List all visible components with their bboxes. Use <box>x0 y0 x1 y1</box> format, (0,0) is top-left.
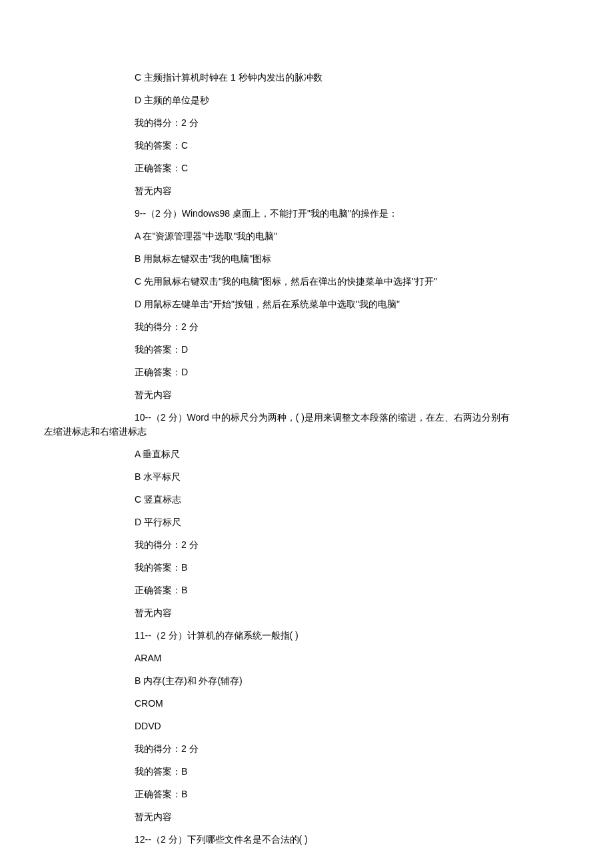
text-line: 我的得分：2 分 <box>0 742 613 756</box>
text-line: 9--（2 分）Windows98 桌面上，不能打开"我的电脑"的操作是： <box>0 207 613 221</box>
text-line: CROM <box>0 697 613 711</box>
text-line: D 平行标尺 <box>0 515 613 529</box>
text-line: C 主频指计算机时钟在 1 秒钟内发出的脉冲数 <box>0 71 613 85</box>
text-line: C 先用鼠标右键双击"我的电脑"图标，然后在弹出的快捷菜单中选择"打开" <box>0 275 613 289</box>
text-line: 我的答案：C <box>0 139 613 153</box>
text-line: 我的答案：B <box>0 765 613 779</box>
text-line: D 主频的单位是秒 <box>0 93 613 107</box>
text-line: C 竖直标志 <box>0 493 613 507</box>
text-line: 暂无内容 <box>0 184 613 198</box>
text-line: 我的得分：2 分 <box>0 320 613 334</box>
document-body: C 主频指计算机时钟在 1 秒钟内发出的脉冲数D 主频的单位是秒我的得分：2 分… <box>0 71 613 847</box>
text-line: 左缩进标志和右缩进标志 <box>0 425 613 439</box>
text-line: D 用鼠标左键单击"开始"按钮，然后在系统菜单中选取"我的电脑" <box>0 297 613 311</box>
text-line: 正确答案：D <box>0 365 613 379</box>
text-line: 我的答案：D <box>0 343 613 357</box>
text-line: 正确答案：C <box>0 161 613 175</box>
text-line: DDVD <box>0 719 613 733</box>
text-line: 我的得分：2 分 <box>0 116 613 130</box>
text-line: ARAM <box>0 651 613 665</box>
text-line: 10--（2 分）Word 中的标尺分为两种，( )是用来调整文本段落的缩进，在… <box>0 411 613 425</box>
text-line: A 在"资源管理器"中选取"我的电脑" <box>0 229 613 243</box>
text-line: 11--（2 分）计算机的存储系统一般指( ) <box>0 629 613 643</box>
text-line: B 水平标尺 <box>0 470 613 484</box>
text-line: A 垂直标尺 <box>0 447 613 461</box>
text-line: 暂无内容 <box>0 810 613 824</box>
text-line: 暂无内容 <box>0 606 613 620</box>
text-line: B 用鼠标左键双击"我的电脑"图标 <box>0 252 613 266</box>
text-line: 我的答案：B <box>0 561 613 575</box>
text-line: B 内存(主存)和 外存(辅存) <box>0 674 613 688</box>
text-line: 我的得分：2 分 <box>0 538 613 552</box>
text-line: 正确答案：B <box>0 583 613 597</box>
text-line: 正确答案：B <box>0 787 613 801</box>
text-line: 12--（2 分）下列哪些文件名是不合法的( ) <box>0 833 613 847</box>
text-line: 暂无内容 <box>0 388 613 402</box>
